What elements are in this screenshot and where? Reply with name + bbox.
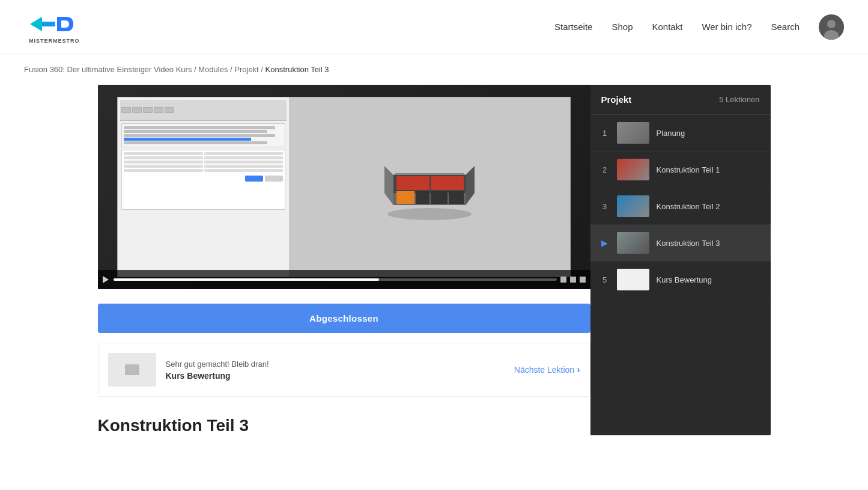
toolbar-btn-1 — [121, 107, 131, 113]
avatar[interactable] — [819, 14, 844, 40]
nav-search[interactable]: Search — [771, 22, 800, 32]
lesson-num-1: 1 — [600, 129, 610, 138]
lesson-num-3: 3 — [600, 202, 610, 211]
chevron-right-icon: › — [577, 364, 580, 375]
lesson-item-1[interactable]: 1 Planung — [590, 115, 771, 152]
main-layout: Abgeschlossen Sehr gut gemacht! Bleib dr… — [74, 85, 795, 435]
lessons-sidebar: Projekt 5 Lektionen 1 Planung 2 Konstruk… — [590, 85, 771, 435]
svg-marker-16 — [449, 191, 464, 204]
sidebar-count: 5 Lektionen — [719, 95, 759, 104]
lesson-label-3: Konstruktion Teil 2 — [657, 202, 761, 211]
lesson-item-5[interactable]: 5 Kurs Bewertung — [590, 262, 771, 298]
svg-marker-10 — [384, 166, 393, 205]
fullscreen-icon[interactable] — [580, 277, 586, 283]
next-lesson-intro-text: Sehr gut gemacht! Bleib dran! — [166, 360, 505, 369]
svg-marker-17 — [393, 173, 466, 175]
main-nav: Startseite Shop Kontakt Wer bin ich? Sea… — [554, 14, 844, 40]
progress-fill — [114, 278, 380, 281]
svg-text:MISTERMESTRO: MISTERMESTRO — [29, 38, 80, 44]
lesson-num-5: 5 — [600, 275, 610, 284]
breadcrumb-course[interactable]: Fusion 360: Der ultimative Einsteiger Vi… — [24, 65, 192, 74]
next-lesson-name: Kurs Bewertung — [166, 371, 505, 381]
below-video-section: Abgeschlossen Sehr gut gemacht! Bleib dr… — [98, 289, 590, 435]
svg-marker-1 — [42, 22, 55, 26]
site-header: MISTERMESTRO Startseite Shop Kontakt Wer… — [0, 0, 868, 54]
fusion-left-panel — [118, 97, 290, 276]
logo[interactable]: MISTERMESTRO — [24, 9, 96, 45]
svg-point-6 — [387, 208, 472, 220]
lesson-thumb-4 — [617, 232, 649, 254]
lesson-num-2: 2 — [600, 165, 610, 174]
next-lesson-thumbnail — [108, 353, 156, 387]
fusion-details — [121, 150, 285, 210]
toolbar-btn-5 — [165, 107, 174, 113]
svg-marker-15 — [431, 191, 448, 204]
lesson-thumb-3 — [617, 195, 649, 217]
toolbar-btn-4 — [154, 107, 163, 113]
svg-marker-11 — [396, 176, 429, 190]
fusion-screenshot — [117, 97, 570, 277]
fusion-3d-view — [290, 97, 569, 276]
fusion-panel-rows — [120, 121, 287, 212]
next-lesson-info: Sehr gut gemacht! Bleib dran! Kurs Bewer… — [166, 360, 505, 381]
next-lesson-link[interactable]: Nächste Lektion › — [514, 364, 580, 375]
nav-wer-bin-ich[interactable]: Wer bin ich? — [702, 22, 751, 32]
fusion-toolbar — [120, 100, 287, 121]
breadcrumb: Fusion 360: Der ultimative Einsteiger Vi… — [24, 65, 844, 74]
lesson-item-4[interactable]: ▶ Konstruktion Teil 3 — [590, 225, 771, 262]
page-title: Konstruktion Teil 3 — [98, 416, 590, 435]
svg-marker-14 — [416, 191, 429, 204]
nav-startseite[interactable]: Startseite — [554, 22, 592, 32]
next-lesson-card: Sehr gut gemacht! Bleib dran! Kurs Bewer… — [98, 343, 590, 397]
breadcrumb-sep-3: / — [261, 65, 265, 74]
breadcrumb-projekt[interactable]: Projekt — [234, 65, 258, 74]
svg-marker-9 — [466, 166, 475, 205]
lesson-thumb-2 — [617, 159, 649, 180]
play-icon-active: ▶ — [600, 238, 610, 248]
breadcrumb-modules[interactable]: Modules — [198, 65, 228, 74]
progress-bar[interactable] — [114, 278, 557, 281]
video-placeholder — [98, 85, 590, 289]
lesson-thumb-1 — [617, 122, 649, 144]
lesson-label-2: Konstruktion Teil 1 — [657, 165, 761, 174]
toolbar-btn-3 — [143, 107, 153, 113]
breadcrumb-bar: Fusion 360: Der ultimative Einsteiger Vi… — [0, 54, 868, 85]
toolbar-btn-2 — [132, 107, 142, 113]
volume-icon[interactable] — [560, 277, 566, 283]
lesson-thumb-5 — [617, 269, 649, 290]
settings-icon[interactable] — [570, 277, 576, 283]
lesson-item-2[interactable]: 2 Konstruktion Teil 1 — [590, 152, 771, 188]
lesson-label-1: Planung — [657, 129, 761, 138]
nav-shop[interactable]: Shop — [612, 22, 633, 32]
svg-marker-13 — [396, 191, 414, 204]
sidebar-header: Projekt 5 Lektionen — [590, 85, 771, 115]
lesson-item-3[interactable]: 3 Konstruktion Teil 2 — [590, 188, 771, 225]
content-left: Abgeschlossen Sehr gut gemacht! Bleib dr… — [98, 85, 590, 435]
svg-point-4 — [827, 20, 836, 28]
fusion-table — [121, 123, 285, 147]
lesson-label-5: Kurs Bewertung — [657, 275, 761, 284]
play-pause-btn[interactable] — [103, 276, 110, 283]
thumb-placeholder-icon — [125, 364, 139, 375]
svg-marker-12 — [431, 176, 464, 190]
lesson-label-4: Konstruktion Teil 3 — [657, 239, 761, 248]
video-controls-bar[interactable] — [98, 270, 590, 289]
nav-kontakt[interactable]: Kontakt — [652, 22, 683, 32]
complete-button[interactable]: Abgeschlossen — [98, 304, 590, 333]
sidebar-title: Projekt — [601, 94, 632, 105]
next-lesson-link-label: Nächste Lektion — [514, 365, 574, 375]
video-player[interactable] — [98, 85, 590, 289]
breadcrumb-current: Konstruktion Teil 3 — [266, 65, 329, 74]
